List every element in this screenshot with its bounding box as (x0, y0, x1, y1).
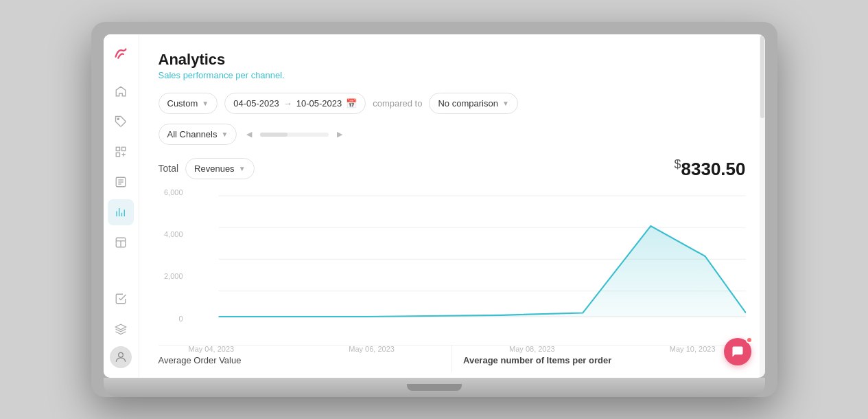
user-avatar[interactable] (110, 346, 132, 368)
date-start: 04-05-2023 (233, 98, 279, 109)
scrollbar-thumb (760, 36, 764, 118)
date-preset-dropdown[interactable]: Custom ▼ (159, 93, 218, 114)
scroll-right-arrow[interactable]: ▶ (333, 128, 347, 141)
sidebar-item-orders[interactable] (108, 169, 134, 195)
chat-button[interactable] (724, 338, 751, 365)
items-label-bold: Items (547, 355, 570, 365)
y-label-0: 0 (159, 315, 183, 323)
channels-dropdown[interactable]: All Channels ▼ (159, 124, 237, 145)
y-axis-labels: 6,000 4,000 2,000 0 (159, 188, 183, 339)
sidebar-item-analytics[interactable] (108, 199, 134, 225)
comparison-label: No comparison (438, 98, 497, 109)
metric-dropdown[interactable]: Revenues ▼ (185, 158, 254, 179)
chevron-down-icon: ▼ (239, 165, 246, 172)
x-label-2: May 06, 2023 (349, 345, 395, 353)
chevron-down-icon: ▼ (202, 100, 209, 107)
page-title: Analytics (159, 51, 746, 69)
laptop-notch (407, 384, 462, 391)
items-label-suffix: per order (570, 355, 612, 365)
y-label-4000: 4,000 (159, 230, 183, 238)
x-axis-labels: May 04, 2023 May 06, 2023 May 08, 2023 M… (159, 342, 746, 353)
scroll-left-arrow[interactable]: ◀ (242, 128, 256, 141)
sidebar-item-layout[interactable] (108, 229, 134, 256)
scrollbar[interactable] (760, 34, 765, 378)
y-label-2000: 2,000 (159, 272, 183, 280)
comparison-dropdown[interactable]: No comparison ▼ (429, 93, 517, 114)
channels-row: All Channels ▼ ◀ ▶ (159, 124, 746, 145)
chart-container: 6,000 4,000 2,000 0 (159, 188, 746, 339)
svg-point-15 (119, 352, 124, 357)
total-left: Total Revenues ▼ (159, 158, 255, 179)
revenue-amount: 8330.50 (681, 159, 746, 179)
subtitle-prefix: Sales performance (159, 70, 236, 80)
laptop-base (104, 378, 765, 397)
sidebar (104, 34, 139, 378)
date-separator: → (283, 98, 292, 109)
channels-label: All Channels (167, 129, 218, 139)
date-end: 10-05-2023 (296, 98, 342, 109)
total-value: $8330.50 (675, 157, 746, 180)
chart-svg (159, 188, 746, 339)
channels-thumb (260, 133, 288, 137)
chevron-down-icon: ▼ (502, 100, 509, 107)
svg-rect-2 (122, 147, 126, 150)
svg-point-0 (117, 118, 119, 120)
sidebar-item-education[interactable] (108, 316, 134, 342)
chevron-down-icon: ▼ (222, 131, 228, 138)
x-label-3: May 08, 2023 (509, 345, 555, 353)
y-label-6000: 6,000 (159, 188, 183, 196)
sidebar-item-tag[interactable] (108, 109, 134, 135)
calendar-icon: 📅 (346, 98, 357, 109)
svg-rect-3 (116, 153, 119, 157)
x-label-1: May 04, 2023 (189, 345, 235, 353)
subtitle-link: per channel. (235, 70, 285, 80)
channels-scroll-area: ◀ ▶ (242, 128, 347, 141)
metric-label: Revenues (194, 163, 235, 174)
chart-fill (218, 226, 745, 317)
chat-badge (746, 337, 753, 343)
sidebar-item-grid[interactable] (108, 139, 134, 165)
date-preset-label: Custom (167, 98, 198, 109)
svg-rect-1 (116, 147, 119, 150)
date-range-picker[interactable]: 04-05-2023 → 10-05-2023 📅 (224, 93, 366, 114)
aov-label: Average Order Value (159, 355, 242, 365)
sidebar-item-home[interactable] (108, 78, 134, 104)
channels-track (260, 133, 329, 137)
items-label-prefix: Average number of (463, 355, 547, 365)
main-content: Analytics Sales performance per channel.… (139, 34, 765, 378)
currency-symbol: $ (675, 157, 681, 171)
total-label: Total (159, 163, 179, 174)
screen: Analytics Sales performance per channel.… (104, 34, 765, 378)
items-label: Average number of Items per order (463, 355, 611, 365)
total-row: Total Revenues ▼ $8330.50 (159, 157, 746, 180)
logo[interactable] (112, 44, 130, 65)
filters-row: Custom ▼ 04-05-2023 → 10-05-2023 📅 compa… (159, 93, 746, 114)
laptop-frame: Analytics Sales performance per channel.… (91, 22, 777, 397)
page-subtitle: Sales performance per channel. (159, 70, 746, 80)
sidebar-item-tasks[interactable] (108, 286, 134, 312)
compared-to-label: compared to (373, 98, 422, 109)
x-label-4: May 10, 2023 (670, 345, 716, 353)
